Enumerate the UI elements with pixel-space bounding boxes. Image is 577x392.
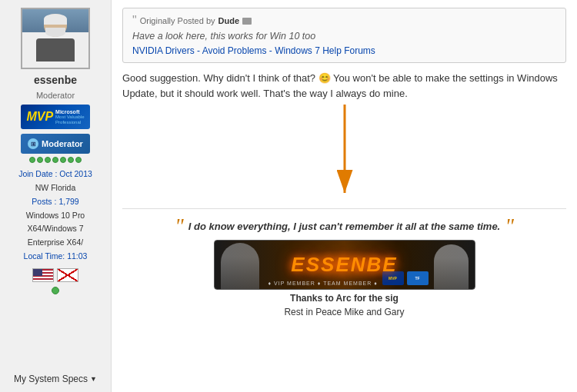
activity-dots (29, 157, 82, 163)
quote-mark-icon: " (132, 15, 137, 27)
dot-6 (68, 157, 74, 163)
mvp-badge: MVP Microsoft Most Valuable Professional (21, 105, 90, 129)
local-time-line: Local Time: 11:03 (6, 250, 105, 264)
right-quote-mark: " (505, 215, 514, 237)
posts-label: Posts : (32, 197, 56, 206)
os-line3: Enterprise X64/ (6, 236, 105, 250)
left-quote-mark: " (175, 215, 184, 237)
join-date-value: Oct 2013 (59, 169, 92, 178)
join-date-label: Join Date : (18, 169, 57, 178)
online-indicator (52, 287, 59, 294)
sig-thanks: Thanks to Arc for the sig (290, 293, 399, 304)
originally-posted-label: Originally Posted by (140, 16, 215, 25)
florida-flag (57, 268, 78, 282)
us-flag (32, 268, 54, 282)
user-sidebar: essenbe Moderator MVP Microsoft Most Val… (0, 0, 112, 392)
main-content: " Originally Posted by Dude Have a look … (112, 0, 577, 392)
quote-body: Have a look here, this works for Win 10 … (132, 31, 556, 42)
dot-1 (29, 157, 35, 163)
username[interactable]: essenbe (34, 74, 77, 86)
sig-banner-text: ESSENBE (291, 253, 397, 277)
mvp-professional: Professional (55, 120, 85, 125)
mvp-label: MVP (26, 111, 53, 123)
join-date-line: Join Date : Oct 2013 (6, 168, 105, 181)
mvp-most: Most Valuable (55, 115, 85, 120)
user-role: Moderator (36, 91, 75, 100)
dot-2 (37, 157, 43, 163)
chevron-down-icon: ▼ (90, 375, 97, 383)
os-line2: X64/Windows 7 (6, 222, 105, 236)
dot-3 (45, 157, 51, 163)
user-info: Join Date : Oct 2013 NW Florida Posts : … (6, 168, 105, 264)
sig-tf-badge: TF (407, 271, 429, 285)
sig-banner: ESSENBE MVP TF ♦ VIP MEMBER ♦ TEAM MEMBE… (214, 240, 475, 290)
dot-5 (60, 157, 66, 163)
arrow-area (122, 105, 566, 204)
local-time-label: Local Time: (24, 251, 65, 261)
quote-box: " Originally Posted by Dude Have a look … (122, 8, 566, 63)
moderator-badge: ⊞ Moderator (21, 134, 90, 154)
sig-person-left (221, 243, 259, 289)
moderator-icon: ⊞ (28, 138, 38, 149)
my-system-specs-label: My System Specs (14, 374, 88, 384)
avatar (21, 8, 90, 69)
sig-person-right (434, 244, 469, 289)
quote-author[interactable]: Dude (218, 16, 240, 25)
arrow-svg (314, 105, 375, 204)
posts-line: Posts : 1,799 (6, 195, 105, 209)
quote-header: " Originally Posted by Dude (132, 15, 556, 27)
local-time-value: 11:03 (67, 251, 87, 261)
sig-quote-text: I do know everything, I just can't remem… (188, 221, 500, 232)
mvp-microsoft: Microsoft (55, 109, 85, 115)
posts-value[interactable]: 1,799 (58, 197, 78, 206)
dot-7 (75, 157, 82, 163)
quote-post-icon (242, 18, 252, 25)
sig-quote: " I do know everything, I just can't rem… (175, 215, 514, 237)
dot-4 (52, 157, 58, 163)
flag-row (32, 268, 78, 282)
moderator-label: Moderator (42, 139, 83, 148)
quote-link[interactable]: NVIDIA Drivers - Avoid Problems - Window… (132, 45, 375, 56)
my-system-specs-link[interactable]: My System Specs ▼ (14, 374, 97, 384)
sig-rip: Rest in Peace Mike and Gary (284, 307, 404, 317)
location: NW Florida (6, 181, 105, 195)
signature-area: " I do know everything, I just can't rem… (122, 208, 566, 317)
post-body: Good suggestion. Why didn't I think of t… (122, 71, 566, 101)
sig-member-text: ♦ VIP MEMBER ♦ TEAM MEMBER ♦ (268, 281, 378, 286)
os-line1: Windows 10 Pro (6, 209, 105, 223)
